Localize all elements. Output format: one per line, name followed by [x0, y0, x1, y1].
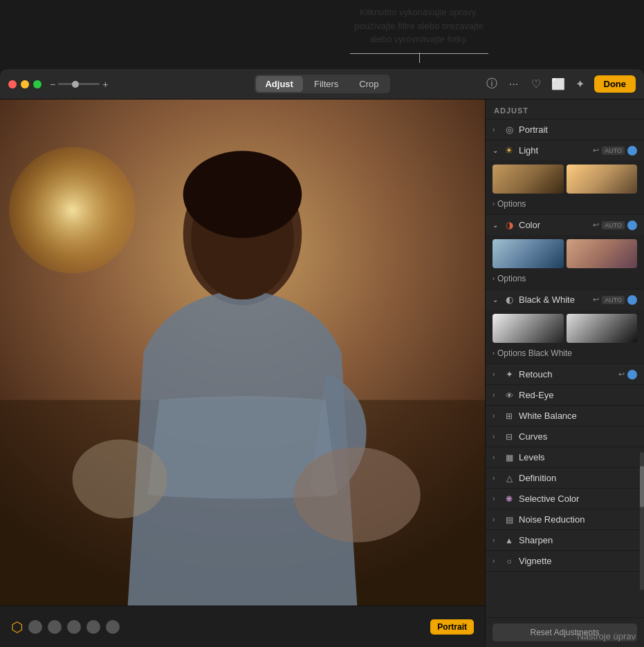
bw-thumb-1[interactable] [493, 314, 564, 343]
vignette-label: Vignette [519, 556, 637, 566]
curves-chevron: › [493, 433, 499, 440]
bw-actions: ↩ AUTO [593, 295, 637, 305]
portrait-header[interactable]: › ◎ Portrait [486, 120, 644, 140]
content-area: ⬡ Portrait ADJUST › ◎ Portrait [0, 100, 644, 647]
light-reset-icon[interactable]: ↩ [593, 146, 599, 155]
color-options-label: Options [497, 274, 526, 283]
adjust-item-noise: › ▤ Noise Reduction [486, 509, 644, 530]
light-thumb-2[interactable] [567, 165, 638, 194]
light-auto-badge[interactable]: AUTO [602, 147, 625, 155]
light-thumbnails [493, 165, 637, 194]
svg-point-7 [73, 440, 167, 518]
curves-header[interactable]: › ⊟ Curves [486, 426, 644, 447]
color-thumb-1[interactable] [493, 239, 564, 268]
tab-adjust[interactable]: Adjust [255, 76, 302, 92]
scroll-indicator [640, 452, 644, 590]
wb-header[interactable]: › ⊞ White Balance [486, 406, 644, 426]
light-options-chevron: › [493, 200, 495, 207]
light-circle[interactable] [627, 146, 637, 156]
adjust-item-sharpen: › ▲ Sharpen [486, 530, 644, 551]
definition-header[interactable]: › △ Definition [486, 468, 644, 488]
magic-icon[interactable]: ✦ [572, 77, 589, 91]
portrait-badge[interactable]: Portrait [430, 619, 474, 635]
view-btn-4[interactable] [86, 620, 100, 634]
portrait-icon: ◎ [504, 124, 515, 135]
done-button[interactable]: Done [594, 75, 636, 93]
noise-header[interactable]: › ▤ Noise Reduction [486, 509, 644, 529]
color-icon: ◑ [504, 220, 515, 230]
bw-auto-badge[interactable]: AUTO [602, 296, 625, 304]
adjust-item-bw: ⌄ ◐ Black & White ↩ AUTO › [486, 290, 644, 364]
tab-filters[interactable]: Filters [304, 76, 348, 92]
maximize-button[interactable] [33, 80, 42, 88]
view-btn-5[interactable] [106, 620, 120, 634]
selective-icon: ❋ [504, 494, 515, 504]
light-label: Light [519, 145, 589, 156]
selective-header[interactable]: › ❋ Selective Color [486, 489, 644, 509]
more-icon[interactable]: ··· [506, 78, 522, 91]
retouch-header[interactable]: › ✦ Retouch ↩ [486, 364, 644, 384]
color-thumbnails [493, 239, 637, 268]
view-hex-icon[interactable]: ⬡ [11, 619, 23, 635]
adjust-item-selective: › ❋ Selective Color [486, 489, 644, 509]
color-circle[interactable] [627, 221, 637, 230]
tooltip-line [350, 53, 488, 54]
sharpen-label: Sharpen [519, 535, 637, 545]
portrait-chevron: › [493, 126, 499, 133]
retouch-circle[interactable] [627, 370, 637, 379]
heart-icon[interactable]: ♡ [528, 77, 544, 91]
vignette-header[interactable]: › ○ Vignette [486, 551, 644, 571]
retouch-reset-icon[interactable]: ↩ [618, 370, 625, 379]
light-options-row[interactable]: › Options [493, 198, 637, 210]
color-options-row[interactable]: › Options [493, 272, 637, 285]
zoom-minus-icon[interactable]: − [50, 79, 55, 90]
light-header[interactable]: ⌄ ☀ Light ↩ AUTO [486, 140, 644, 160]
retouch-chevron: › [493, 371, 499, 378]
view-btn-1[interactable] [28, 620, 42, 634]
light-thumb-1[interactable] [493, 165, 564, 194]
adjust-item-retouch: › ✦ Retouch ↩ [486, 364, 644, 385]
bw-reset-icon[interactable]: ↩ [593, 295, 599, 304]
color-chevron: ⌄ [493, 221, 499, 229]
zoom-controls: − + [50, 79, 108, 90]
bw-label: Black & White [519, 294, 589, 305]
levels-header[interactable]: › ▦ Levels [486, 447, 644, 467]
retouch-label: Retouch [519, 369, 614, 379]
sharpen-header[interactable]: › ▲ Sharpen [486, 530, 644, 550]
photo-background [0, 100, 485, 606]
light-options-label: Options [497, 199, 526, 209]
adjust-item-color: ⌄ ◑ Color ↩ AUTO › O [486, 215, 644, 290]
redeye-header[interactable]: › 👁 Red-Eye [486, 385, 644, 405]
adjust-item-light: ⌄ ☀ Light ↩ AUTO › O [486, 140, 644, 215]
wb-icon: ⊞ [504, 411, 515, 421]
color-auto-badge[interactable]: AUTO [602, 221, 625, 229]
adjust-item-definition: › △ Definition [486, 468, 644, 489]
bw-thumb-2[interactable] [567, 314, 638, 343]
main-window: − + Adjust Filters Crop ⓘ ··· ♡ ⬜ ✦ Done [0, 69, 644, 647]
curves-label: Curves [519, 431, 637, 442]
color-thumb-2[interactable] [567, 239, 638, 268]
photo-bottom-bar: ⬡ Portrait [0, 606, 485, 647]
light-icon: ☀ [504, 145, 515, 156]
bw-header[interactable]: ⌄ ◐ Black & White ↩ AUTO [486, 290, 644, 310]
photo-display [0, 100, 485, 606]
info-icon[interactable]: ⓘ [484, 77, 500, 91]
color-header[interactable]: ⌄ ◑ Color ↩ AUTO [486, 215, 644, 235]
color-reset-icon[interactable]: ↩ [593, 221, 599, 229]
tab-group: Adjust Filters Crop [254, 75, 389, 93]
view-btn-2[interactable] [48, 620, 62, 634]
scroll-thumb[interactable] [640, 466, 644, 507]
adjust-item-redeye: › 👁 Red-Eye [486, 385, 644, 406]
minimize-button[interactable] [21, 80, 29, 88]
zoom-plus-icon[interactable]: + [102, 79, 108, 90]
wb-chevron: › [493, 412, 499, 420]
zoom-slider[interactable] [58, 83, 100, 85]
selective-label: Selective Color [519, 494, 637, 504]
bw-options-row[interactable]: › Options Black White [493, 347, 637, 359]
close-button[interactable] [8, 80, 17, 88]
view-btn-3[interactable] [67, 620, 81, 634]
share-icon[interactable]: ⬜ [550, 77, 567, 91]
bw-circle[interactable] [627, 295, 637, 305]
curves-icon: ⊟ [504, 432, 515, 442]
tab-crop[interactable]: Crop [349, 76, 388, 92]
